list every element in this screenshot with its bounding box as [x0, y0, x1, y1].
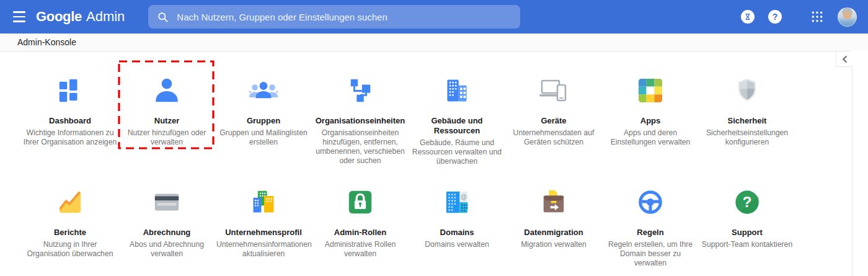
org-tree-icon: [312, 73, 409, 108]
tile-title: Berichte: [22, 228, 118, 238]
panel-divider: [852, 67, 852, 276]
tile-title: Regeln: [602, 228, 699, 238]
breadcrumb: Admin-Konsole: [17, 37, 76, 47]
tile-title: Dashboard: [22, 116, 118, 126]
tile-security[interactable]: SicherheitSicherheitseinstellungen konfi…: [699, 73, 795, 147]
tile-title: Domains: [409, 228, 505, 238]
tile-description: Domains verwalten: [410, 240, 504, 249]
tile-title: Geräte: [505, 116, 602, 126]
tile-devices[interactable]: GeräteUnternehmensdaten auf Geräten schü…: [505, 73, 602, 147]
tile-description: Administrative Rollen verwalten: [313, 240, 407, 259]
tile-buildings[interactable]: Gebäude und RessourcenGebäude, Räume und…: [409, 73, 505, 166]
tile-description: Abos und Abrechnung verwalten: [120, 240, 214, 259]
tile-reports[interactable]: BerichteNutzung in Ihrer Organisation üb…: [22, 185, 118, 259]
tile-title: Datenmigration: [505, 228, 602, 238]
tile-orgunits[interactable]: OrganisationseinheitenOrganisationseinhe…: [312, 73, 409, 166]
tile-description: Nutzer hinzufügen oder verwalten: [120, 128, 214, 147]
tile-adminroles[interactable]: Admin-RollenAdministrative Rollen verwal…: [312, 185, 409, 259]
help-icon[interactable]: ?: [767, 9, 783, 25]
tile-title: Gruppen: [215, 116, 312, 126]
migration-box-icon: [505, 185, 602, 220]
tile-title: Gebäude und Ressourcen: [409, 116, 505, 136]
steering-wheel-icon: [602, 185, 699, 220]
tile-companyprofile[interactable]: UnternehmensprofilUnternehmensinformatio…: [215, 185, 312, 259]
tile-apps[interactable]: AppsApps und deren Einstellungen verwalt…: [602, 73, 699, 147]
header-actions: ?: [740, 7, 857, 27]
tile-description: Gruppen und Mailinglisten erstellen: [216, 128, 311, 147]
apps-mosaic-icon: [602, 73, 699, 108]
tile-description: Support-Team kontaktieren: [700, 240, 794, 249]
tile-description: Unternehmensinformationen aktualisieren: [216, 240, 311, 259]
tile-description: Regeln erstellen, um Ihre Domain besser …: [603, 240, 698, 268]
tile-title: Organisationseinheiten: [312, 116, 409, 126]
tile-rules[interactable]: RegelnRegeln erstellen, um Ihre Domain b…: [602, 185, 699, 268]
tile-title: Admin-Rollen: [312, 228, 409, 238]
shield-icon: [699, 73, 795, 108]
user-icon: [118, 73, 215, 108]
tile-description: Sicherheitseinstellungen konfigurieren: [700, 128, 794, 147]
tile-users[interactable]: NutzerNutzer hinzufügen oder verwalten: [118, 73, 215, 147]
apps-grid-icon[interactable]: [809, 9, 825, 25]
tiles-grid: DashboardWichtige Informationen zu Ihrer…: [0, 51, 804, 276]
tile-description: Gebäude, Räume und Ressourcen verwalten …: [410, 138, 504, 166]
tile-title: Support: [699, 228, 795, 238]
company-icon: [215, 185, 312, 220]
tile-billing[interactable]: AbrechnungAbos und Abrechnung verwalten: [118, 185, 215, 259]
tile-title: Unternehmensprofil: [215, 228, 312, 238]
tile-title: Apps: [602, 116, 699, 126]
tile-groups[interactable]: GruppenGruppen und Mailinglisten erstell…: [215, 73, 312, 147]
collapse-panel-button[interactable]: [836, 51, 852, 67]
tile-description: Organisationseinheiten hinzufügen, entfe…: [313, 128, 407, 166]
chart-icon: [22, 185, 118, 220]
app-logo: Google Admin: [36, 9, 125, 25]
credit-card-icon: [118, 185, 215, 220]
app-header: Google Admin ?: [0, 0, 868, 33]
hamburger-menu-icon[interactable]: [9, 6, 30, 27]
svg-text:@: @: [461, 194, 467, 200]
logo-product: Admin: [86, 9, 125, 25]
main-content: DashboardWichtige Informationen zu Ihrer…: [0, 51, 868, 276]
tile-title: Nutzer: [118, 116, 215, 126]
tile-description: Apps und deren Einstellungen verwalten: [603, 128, 698, 147]
search-bar[interactable]: [148, 5, 520, 29]
tile-description: Wichtige Informationen zu Ihrer Organisa…: [23, 128, 117, 147]
tile-datamigration[interactable]: DatenmigrationMigration verwalten: [505, 185, 602, 249]
pending-tasks-icon[interactable]: [740, 9, 756, 25]
logo-google: Google: [36, 9, 82, 25]
breadcrumb-bar: Admin-Konsole: [0, 33, 868, 51]
svg-text:?: ?: [743, 194, 752, 210]
dashboard-icon: [22, 73, 118, 108]
chevron-left-icon: [842, 56, 848, 63]
tile-domains[interactable]: @DomainsDomains verwalten: [409, 185, 505, 249]
building-icon: [409, 73, 505, 108]
groups-icon: [215, 73, 312, 108]
domain-icon: @: [409, 185, 505, 220]
user-avatar[interactable]: [838, 7, 857, 27]
search-icon: [157, 11, 169, 23]
tile-description: Nutzung in Ihrer Organisation überwachen: [23, 240, 117, 259]
lock-icon: [312, 185, 409, 220]
tile-support[interactable]: ?SupportSupport-Team kontaktieren: [699, 185, 795, 249]
tile-title: Abrechnung: [118, 228, 215, 238]
divider: [0, 51, 851, 51]
search-input[interactable]: [177, 12, 512, 22]
tile-dashboard[interactable]: DashboardWichtige Informationen zu Ihrer…: [22, 73, 118, 147]
tile-description: Migration verwalten: [507, 240, 601, 249]
tile-description: Unternehmensdaten auf Geräten schützen: [507, 128, 601, 147]
tile-title: Sicherheit: [699, 116, 795, 126]
question-circle-icon: ?: [699, 185, 795, 220]
devices-icon: [505, 73, 602, 108]
